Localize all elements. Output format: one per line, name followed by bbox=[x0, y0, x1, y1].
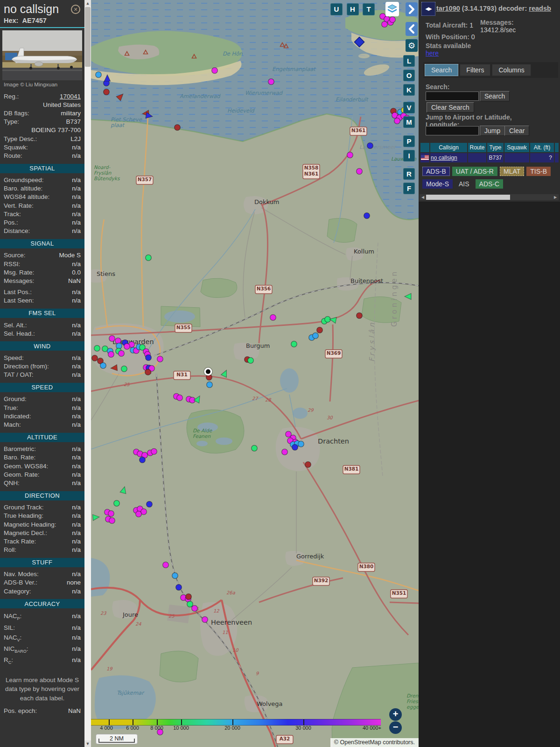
aircraft-dot[interactable] bbox=[317, 327, 323, 333]
aircraft-dot[interactable] bbox=[176, 585, 182, 591]
aircraft-dot[interactable] bbox=[282, 449, 288, 455]
aircraft-dot[interactable] bbox=[187, 601, 193, 607]
map-button-H[interactable]: H bbox=[347, 3, 359, 15]
map-button-T[interactable]: T bbox=[363, 3, 375, 15]
info-value[interactable]: 170041 bbox=[60, 93, 81, 100]
aircraft-dot[interactable] bbox=[268, 79, 274, 85]
aircraft-dot[interactable] bbox=[163, 562, 169, 568]
aircraft-dot[interactable] bbox=[100, 363, 106, 369]
tab-columns[interactable]: Columns bbox=[492, 64, 531, 76]
scroll-left-icon[interactable]: ◀ bbox=[420, 194, 425, 200]
aircraft-dot[interactable] bbox=[151, 449, 157, 455]
jump-clear-button[interactable]: Clear bbox=[504, 126, 529, 136]
column-header[interactable]: Squawk bbox=[504, 143, 529, 152]
aircraft-dot[interactable] bbox=[104, 89, 110, 95]
tab-filters[interactable]: Filters bbox=[460, 64, 490, 76]
aircraft-dot[interactable] bbox=[92, 355, 98, 361]
aircraft-dot[interactable] bbox=[109, 336, 115, 342]
search-button[interactable]: Search bbox=[480, 91, 510, 101]
map-button-F[interactable]: F bbox=[403, 183, 415, 194]
aircraft-dot[interactable] bbox=[94, 345, 100, 352]
clear-search-button[interactable]: Clear Search bbox=[427, 102, 474, 113]
zoom-out-button[interactable]: − bbox=[389, 721, 402, 734]
jump-input[interactable] bbox=[426, 126, 479, 135]
stats-here-link[interactable]: here bbox=[426, 49, 439, 57]
aircraft-dot[interactable] bbox=[157, 356, 163, 362]
aircraft-dot[interactable] bbox=[364, 213, 370, 219]
settings-gear-icon[interactable]: ⚙ bbox=[406, 39, 418, 52]
jump-button[interactable]: Jump bbox=[480, 126, 505, 136]
panel-toggle-button[interactable]: ◀▶ bbox=[421, 2, 435, 16]
map-button-O[interactable]: O bbox=[403, 70, 415, 81]
map-button-U[interactable]: U bbox=[330, 3, 343, 15]
map-button-P[interactable]: P bbox=[403, 135, 415, 147]
aircraft-dot[interactable] bbox=[119, 351, 125, 357]
aircraft-dot[interactable] bbox=[175, 125, 181, 131]
aircraft-dot[interactable] bbox=[145, 369, 151, 375]
column-header[interactable]: Callsign bbox=[430, 143, 467, 152]
aircraft-dot[interactable] bbox=[298, 441, 304, 447]
aircraft-dot[interactable] bbox=[292, 444, 298, 451]
aircraft-dot[interactable] bbox=[367, 143, 373, 149]
map-button-R[interactable]: R bbox=[403, 168, 415, 180]
aircraft-dot[interactable] bbox=[252, 445, 258, 451]
aircraft-dot[interactable] bbox=[146, 355, 152, 361]
aircraft-dot[interactable] bbox=[357, 313, 363, 319]
aircraft-dot[interactable] bbox=[121, 366, 127, 372]
readsb-link[interactable]: readsb bbox=[529, 5, 551, 12]
aircraft-dot[interactable] bbox=[124, 344, 130, 350]
aircraft-dot[interactable] bbox=[305, 462, 311, 468]
tar1090-link[interactable]: tar1090 bbox=[436, 5, 460, 12]
collapse-panel-button[interactable] bbox=[406, 22, 418, 36]
table-row[interactable]: no callsignB737? bbox=[420, 153, 559, 162]
close-icon[interactable]: ✕ bbox=[71, 5, 80, 14]
column-header[interactable]: S bbox=[555, 143, 559, 152]
aircraft-dot[interactable] bbox=[109, 518, 115, 524]
expand-panel-button[interactable] bbox=[406, 2, 418, 16]
aircraft-dot[interactable] bbox=[114, 500, 120, 507]
aircraft-dot[interactable] bbox=[147, 501, 153, 507]
aircraft-dot[interactable] bbox=[96, 72, 102, 78]
aircraft-dot[interactable] bbox=[248, 358, 254, 364]
layer-switcher-button[interactable] bbox=[385, 2, 399, 16]
map-button-I[interactable]: I bbox=[403, 150, 415, 162]
aircraft-dot[interactable] bbox=[140, 457, 146, 463]
sidebar-scrollbar[interactable]: ▲ ▼ bbox=[84, 0, 91, 747]
selected-aircraft-dot[interactable] bbox=[206, 369, 210, 374]
zoom-in-button[interactable]: + bbox=[389, 708, 402, 721]
aircraft-dot[interactable] bbox=[390, 17, 396, 23]
aircraft-dot[interactable] bbox=[394, 118, 400, 124]
aircraft-dot[interactable] bbox=[172, 573, 178, 579]
column-header[interactable]: Route bbox=[468, 143, 486, 152]
aircraft-dot[interactable] bbox=[313, 333, 319, 339]
column-header[interactable] bbox=[420, 143, 429, 152]
aircraft-dot[interactable] bbox=[357, 169, 363, 175]
scroll-right-icon[interactable]: ▶ bbox=[553, 194, 558, 200]
hscroll-thumb[interactable] bbox=[426, 195, 510, 200]
map[interactable]: DokkumKollumBuitenpostStiensBurgumLeeuwa… bbox=[91, 0, 419, 747]
aircraft-dot[interactable] bbox=[192, 606, 198, 612]
scrollbar-thumb[interactable] bbox=[85, 7, 91, 67]
map-button-V[interactable]: V bbox=[403, 102, 415, 113]
aircraft-dot[interactable] bbox=[108, 511, 114, 517]
aircraft-dot[interactable] bbox=[270, 315, 276, 321]
scroll-up-icon[interactable]: ▲ bbox=[84, 0, 91, 7]
aircraft-dot[interactable] bbox=[212, 68, 218, 74]
aircraft-dot[interactable] bbox=[207, 382, 213, 388]
map-button-M[interactable]: M bbox=[403, 116, 415, 128]
aircraft-dot[interactable] bbox=[382, 21, 388, 28]
aircraft-dot[interactable] bbox=[108, 352, 114, 358]
column-header[interactable]: Alt. (ft) bbox=[530, 143, 554, 152]
osm-attribution[interactable]: © OpenStreetMap contributors. bbox=[330, 738, 419, 747]
aircraft-dot[interactable] bbox=[291, 341, 297, 347]
aircraft-dot[interactable] bbox=[202, 617, 208, 623]
callsign-cell[interactable]: no callsign bbox=[430, 153, 467, 162]
search-input[interactable] bbox=[426, 92, 479, 101]
table-horizontal-scrollbar[interactable]: ◀ ▶ bbox=[420, 194, 559, 200]
aircraft-dot[interactable] bbox=[186, 594, 192, 600]
aircraft-dot[interactable] bbox=[177, 395, 183, 401]
scroll-down-icon[interactable]: ▼ bbox=[84, 740, 91, 747]
map-button-L[interactable]: L bbox=[403, 55, 415, 67]
map-button-K[interactable]: K bbox=[403, 84, 415, 96]
tab-search[interactable]: Search bbox=[425, 64, 458, 76]
